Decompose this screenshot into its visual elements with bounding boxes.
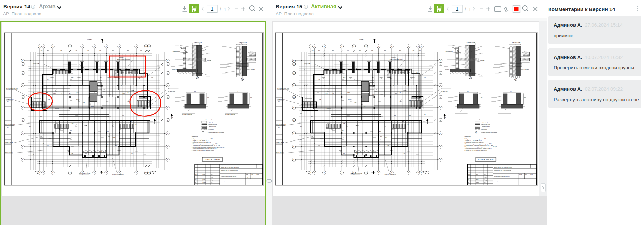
- svg-text:5967: 5967: [61, 162, 63, 163]
- svg-text:пом.2: пом.2: [113, 137, 115, 138]
- svg-text:14.8: 14.8: [128, 116, 129, 117]
- svg-text:6: 6: [94, 46, 95, 47]
- svg-text:Нач. отд: Нач. отд: [195, 174, 198, 175]
- svg-text:Г: Г: [22, 133, 23, 134]
- svg-text:2970: 2970: [29, 91, 31, 91]
- svg-text:2339: 2339: [61, 50, 63, 51]
- svg-text:ЦОКОЛЬ УТ.: ЦОКОЛЬ УТ.: [172, 69, 177, 70]
- svg-text:1520: 1520: [70, 130, 72, 131]
- svg-text:ГИДРОИЗОЛЯЦИЯ: ГИДРОИЗОЛЯЦИЯ: [173, 51, 180, 52]
- svg-text:СТЕНА: СТЕНА: [251, 50, 253, 51]
- svg-text:874: 874: [100, 55, 101, 55]
- svg-text:Жилищный дом «Ж», г. Железнодо: Жилищный дом «Ж», г. Железнодорожный,: [221, 170, 238, 171]
- svg-text:2: 2: [43, 46, 44, 47]
- svg-text:6.25: 6.25: [135, 124, 136, 125]
- svg-text:500: 500: [33, 154, 34, 155]
- svg-text:4. Монолитные выпуски самонесу: 4. Монолитные выпуски самонесущих стен с…: [192, 143, 219, 145]
- svg-text:12.4: 12.4: [72, 77, 73, 78]
- svg-text:Спесивцев: Спесивцев: [203, 182, 206, 183]
- svg-text:2070: 2070: [101, 86, 103, 87]
- svg-text:1: 1: [39, 172, 40, 174]
- svg-text:— существующие стены: — существующие стены: [208, 122, 218, 123]
- svg-text:1-1: 1-1: [61, 93, 62, 94]
- svg-text:ГУП «Саратовский»: ГУП «Саратовский»: [247, 181, 255, 181]
- svg-text:ГИП: ГИП: [195, 182, 196, 183]
- svg-text:пом.2: пом.2: [42, 151, 44, 152]
- svg-text:h=2.97: h=2.97: [106, 131, 109, 132]
- svg-text:пом.2: пом.2: [62, 124, 64, 125]
- svg-text:720: 720: [115, 145, 117, 146]
- svg-text:2470: 2470: [135, 151, 137, 152]
- svg-text:1. Общую пояснительную записку: 1. Общую пояснительную записку см. лист …: [192, 138, 213, 140]
- svg-text:5650: 5650: [135, 70, 137, 71]
- svg-text:2470: 2470: [94, 144, 96, 145]
- svg-text:СТЕНА ПРИЯМКА: СТЕНА ПРИЯМКА: [175, 97, 182, 97]
- svg-text:729: 729: [112, 55, 114, 55]
- svg-text:3.18: 3.18: [91, 100, 93, 101]
- svg-text:6. Вертикальн. отметки площадо: 6. Вертикальн. отметки площадок, маркиро…: [192, 147, 225, 148]
- svg-text:УТЕПЛИТЕЛЬ: УТЕПЛИТЕЛЬ: [175, 44, 180, 45]
- svg-text:СМ. РАЗРЕЗ 1-1, БЕТОН В25: СМ. РАЗРЕЗ 1-1, БЕТОН В25: [182, 114, 192, 115]
- svg-text:ТП: ТП: [114, 86, 115, 87]
- svg-text:нваб: нваб: [7, 101, 9, 102]
- svg-text:4.77: 4.77: [120, 78, 122, 79]
- svg-text:КУВ: КУВ: [100, 151, 102, 152]
- svg-text:4.77: 4.77: [106, 100, 108, 101]
- svg-text:№док: №док: [206, 173, 208, 173]
- svg-text:КУВ: КУВ: [83, 102, 85, 103]
- svg-text:от.-2.97: от.-2.97: [108, 94, 111, 95]
- svg-text:2070: 2070: [122, 72, 124, 73]
- svg-text:4287: 4287: [147, 50, 149, 51]
- svg-text:9.61: 9.61: [115, 94, 116, 95]
- svg-text:Фундаментный (технический) эта: Фундаментный (технический) этаж реш.: [221, 176, 237, 177]
- svg-text:Мишков: Мишков: [203, 177, 205, 178]
- svg-text:9.61: 9.61: [127, 101, 129, 102]
- svg-text:6: 6: [94, 172, 95, 174]
- svg-text:от.-2.97: от.-2.97: [48, 138, 51, 139]
- svg-text:СМ. РАЗРЕЗ 1-1, БЕТОН В25: СМ. РАЗРЕЗ 1-1, БЕТОН В25: [225, 114, 235, 115]
- svg-text:М: М: [167, 60, 168, 62]
- svg-text:1-1: 1-1: [63, 72, 65, 73]
- svg-text:СХЕМА ВХОДА: СХЕМА ВХОДА: [34, 63, 39, 64]
- svg-text:3128: 3128: [112, 50, 114, 51]
- svg-text:Н.контр.: Н.контр.: [195, 180, 198, 181]
- svg-text:Фетисова: Фетисова: [203, 180, 206, 181]
- svg-text:УГВ: УГВ: [63, 138, 64, 139]
- svg-text:14.8: 14.8: [107, 124, 109, 125]
- svg-text:В: В: [242, 79, 243, 80]
- svg-text:9.61: 9.61: [151, 77, 153, 78]
- svg-text:0.000 = 144.600: 0.000 = 144.600: [205, 158, 220, 161]
- svg-text:1: 1: [456, 6, 458, 12]
- svg-text:Кол.уч: Кол.уч: [198, 173, 200, 173]
- svg-text:В: В: [167, 146, 168, 148]
- svg-text:Дата: Дата: [214, 173, 216, 173]
- svg-text:327: 327: [33, 127, 34, 128]
- svg-text:299: 299: [33, 80, 34, 80]
- svg-text:720: 720: [121, 85, 122, 86]
- svg-text:вент.: вент.: [40, 116, 42, 117]
- svg-text:1520: 1520: [86, 130, 88, 131]
- svg-text:732: 732: [141, 55, 142, 55]
- svg-text:нваб: нваб: [7, 122, 9, 123]
- svg-text:3506: 3506: [47, 50, 49, 51]
- svg-text:СТЕНА: СТЕНА: [206, 46, 209, 46]
- svg-text:9: 9: [136, 172, 137, 174]
- svg-text:4.77: 4.77: [71, 146, 73, 147]
- svg-text:Шифр. 8-152/1-ОЗУ-ОЗ: Шифр. 8-152/1-ОЗУ-ОЗ: [221, 165, 230, 166]
- svg-text:294: 294: [33, 69, 34, 70]
- svg-text:В: В: [22, 146, 23, 148]
- svg-text:Б: Б: [167, 159, 168, 161]
- svg-text:2070: 2070: [106, 152, 108, 153]
- svg-text:Б: Б: [22, 159, 23, 161]
- svg-text:2300: 2300: [61, 109, 63, 110]
- svg-text:3305: 3305: [127, 50, 129, 51]
- svg-text:М: М: [22, 60, 23, 62]
- svg-text:2470: 2470: [99, 131, 101, 132]
- svg-text:2070: 2070: [64, 146, 66, 147]
- svg-text:нваб: нваб: [7, 132, 9, 132]
- svg-text:3056: 3056: [29, 78, 31, 79]
- svg-text:/: /: [220, 6, 221, 12]
- svg-text:5: 5: [82, 46, 83, 47]
- svg-text:1677: 1677: [29, 113, 31, 114]
- svg-text:Д: Д: [22, 119, 23, 121]
